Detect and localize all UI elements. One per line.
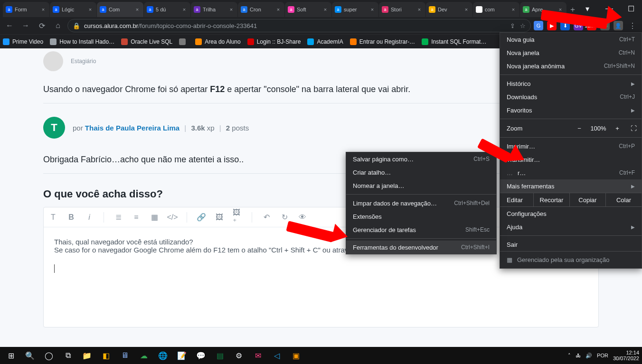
menu-item-devtools[interactable]: Ferramentas do desenvolvedorCtrl+Shift+I <box>346 241 496 254</box>
close-tab-icon[interactable]: × <box>87 6 94 13</box>
app-icon[interactable]: 📝 <box>174 348 190 363</box>
excel-icon[interactable]: ▤ <box>212 348 228 363</box>
vscode-icon[interactable]: ◁ <box>269 348 285 363</box>
tray-volume-icon[interactable]: 🔊 <box>585 353 592 359</box>
browser-tab[interactable]: aCom× <box>97 2 143 17</box>
app-icon[interactable]: 🖥 <box>117 348 133 363</box>
browser-tab[interactable]: aForm× <box>3 2 49 17</box>
menu-paste-button[interactable]: Colar <box>605 193 642 206</box>
close-tab-icon[interactable]: × <box>40 6 47 13</box>
bookmark-item[interactable]: How to Install Hado… <box>50 38 114 45</box>
chrome-icon[interactable]: 🌐 <box>155 348 171 363</box>
browser-tab[interactable]: acom× <box>473 2 519 17</box>
extension-icon[interactable]: ⬇ <box>560 21 570 30</box>
menu-item-history[interactable]: Histórico▶ <box>500 77 642 90</box>
tray-chevron-icon[interactable]: ˄ <box>568 353 571 359</box>
bookmark-item[interactable]: AcademIA <box>307 38 343 45</box>
menu-item[interactable]: Nomear a janela… <box>346 179 496 192</box>
menu-item[interactable]: Extensões <box>346 210 496 223</box>
menu-item-find[interactable]: …r…Ctrl+F <box>500 166 642 179</box>
menu-item-downloads[interactable]: DownloadsCtrl+J <box>500 90 642 103</box>
start-button[interactable]: ⊞ <box>3 348 19 363</box>
taskview-button[interactable]: ⧉ <box>60 348 76 363</box>
author-link[interactable]: Thais de Paula Pereira Lima <box>85 124 179 132</box>
extension-icon[interactable]: G <box>534 21 543 30</box>
taskbar-clock[interactable]: 12:14 30/07/2022 <box>613 350 639 361</box>
app-icon[interactable]: 💬 <box>193 348 209 363</box>
close-tab-icon[interactable]: × <box>228 6 235 13</box>
browser-tab[interactable]: aCron× <box>238 2 284 17</box>
browser-tab[interactable]: a5 dú× <box>144 2 190 17</box>
italic-button[interactable]: i <box>85 213 94 222</box>
extension-icon[interactable]: 15min <box>587 21 596 30</box>
fullscreen-button[interactable]: ⛶ <box>625 125 642 132</box>
search-button[interactable]: 🔍 <box>22 348 38 363</box>
extension-icon[interactable]: 🧩 <box>600 21 610 30</box>
tray-network-icon[interactable]: 🖧 <box>576 353 581 358</box>
bookmark-item[interactable] <box>179 38 189 45</box>
browser-tab[interactable]: aDev× <box>426 2 472 17</box>
browser-tab[interactable]: aSoft× <box>285 2 331 17</box>
menu-item-exit[interactable]: Sair <box>500 238 642 251</box>
extension-icon[interactable]: GV <box>574 21 583 30</box>
menu-item[interactable]: Nova janela anônimaCtrl+Shift+N <box>500 59 642 73</box>
cortana-button[interactable]: ◯ <box>41 348 57 363</box>
preview-button[interactable]: 👁 <box>298 213 307 222</box>
app-icon[interactable]: ☁ <box>136 348 152 363</box>
link-button[interactable]: 🔗 <box>197 213 206 222</box>
table-button[interactable]: ▦ <box>150 213 159 222</box>
bookmark-item[interactable]: Prime Video <box>3 38 43 45</box>
list-ul-button[interactable]: ≣ <box>113 213 123 222</box>
close-tab-icon[interactable]: × <box>322 6 329 13</box>
extension-icon[interactable]: ▶ <box>547 21 557 30</box>
heading-button[interactable]: T <box>48 213 58 222</box>
star-icon[interactable]: ☆ <box>520 22 526 29</box>
menu-item-more-tools[interactable]: Mais ferramentas▶ <box>500 179 642 193</box>
maximize-button[interactable]: ☐ <box>620 0 642 17</box>
nav-reload-button[interactable]: ⟳ <box>35 19 48 32</box>
zoom-in-button[interactable]: + <box>609 125 625 132</box>
menu-item-settings[interactable]: Configurações <box>500 207 642 220</box>
omnibox[interactable]: 🔒 cursos.alura.com.br/forum/topico-como-… <box>67 19 531 32</box>
menu-item-favorites[interactable]: Favoritos▶ <box>500 103 642 117</box>
settings-icon[interactable]: ⚙ <box>231 348 247 363</box>
close-tab-icon[interactable]: × <box>275 6 282 13</box>
menu-item-help[interactable]: Ajuda▶ <box>500 220 642 233</box>
menu-item[interactable]: Nova janelaCtrl+N <box>500 46 642 59</box>
explorer-icon[interactable]: 📁 <box>79 348 95 363</box>
bookmark-item[interactable]: Login :: BJ-Share <box>247 38 301 45</box>
menu-item[interactable]: Gerenciador de tarefasShift+Esc <box>346 223 496 236</box>
browser-tab[interactable]: aTrilha× <box>191 2 237 17</box>
undo-button[interactable]: ↶ <box>262 213 271 222</box>
close-tab-icon[interactable]: × <box>463 6 470 13</box>
close-tab-icon[interactable]: × <box>416 6 423 13</box>
browser-tab[interactable]: aLógic× <box>50 2 96 17</box>
menu-item-print[interactable]: Imprimir…Ctrl+P <box>500 140 642 153</box>
menu-cut-button[interactable]: Recortar <box>533 193 569 206</box>
menu-item[interactable]: Nova guiaCtrl+T <box>500 33 642 46</box>
nav-forward-button[interactable]: → <box>19 19 32 32</box>
menu-copy-button[interactable]: Copiar <box>569 193 605 206</box>
list-ol-button[interactable]: ≡ <box>132 213 141 222</box>
menu-item[interactable]: Salvar página como…Ctrl+S <box>346 152 496 166</box>
image-upload-button[interactable]: 🖼⁺ <box>233 213 242 222</box>
close-tab-icon[interactable]: × <box>510 6 517 13</box>
redo-button[interactable]: ↻ <box>280 213 289 222</box>
minimize-button[interactable]: — <box>598 0 620 17</box>
close-tab-icon[interactable]: × <box>181 6 188 13</box>
app-icon[interactable]: ◧ <box>98 348 114 363</box>
browser-tab[interactable]: asuper× <box>332 2 378 17</box>
nav-home-button[interactable]: ⌂ <box>51 19 65 32</box>
code-button[interactable]: </> <box>168 213 177 222</box>
bookmark-item[interactable]: Entrar ou Registrar-… <box>350 38 415 45</box>
nav-back-button[interactable]: ← <box>3 19 16 32</box>
browser-tab[interactable]: aStori× <box>379 2 425 17</box>
browser-tab[interactable]: aApre× <box>520 2 566 17</box>
new-tab-button[interactable]: ＋ <box>569 3 576 16</box>
zoom-out-button[interactable]: − <box>571 125 587 132</box>
close-tab-icon[interactable]: × <box>369 6 376 13</box>
menu-item[interactable]: Criar atalho… <box>346 166 496 179</box>
bookmark-item[interactable]: Oracle Live SQL <box>121 38 172 45</box>
bold-button[interactable]: B <box>66 213 76 222</box>
chrome-menu-button[interactable]: ⋮ <box>626 19 639 32</box>
